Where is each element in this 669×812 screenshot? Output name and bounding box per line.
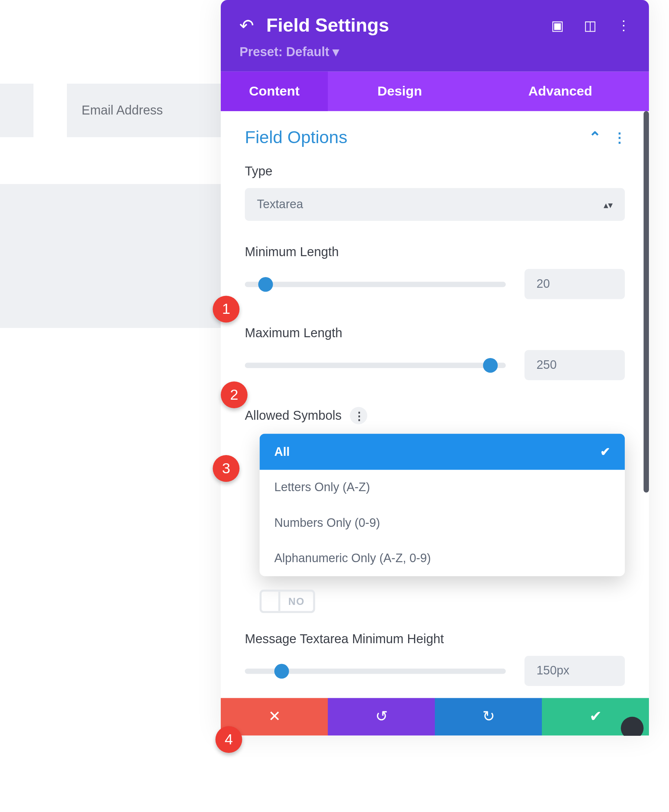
msg-height-label: Message Textarea Minimum Height <box>245 632 472 647</box>
tab-design[interactable]: Design <box>328 72 472 111</box>
tab-bar: Content Design Advanced <box>221 72 649 111</box>
allowed-symbols-dropdown: All ✔ Letters Only (A-Z) Numbers Only (0… <box>259 433 625 576</box>
redo-button[interactable]: ↻ <box>435 698 542 735</box>
more-icon[interactable]: ⋮ <box>617 17 630 34</box>
redo-icon: ↻ <box>482 708 494 725</box>
msg-height-thumb[interactable] <box>274 664 289 679</box>
bg-textarea-stub <box>0 184 221 328</box>
panel-title: Field Settings <box>266 15 551 36</box>
max-length-thumb[interactable] <box>483 358 498 372</box>
columns-icon[interactable]: ◫ <box>584 17 597 34</box>
annotation-3: 3 <box>213 455 239 482</box>
back-icon[interactable]: ↶ <box>239 15 254 36</box>
panel-body: Field Options ⌃ ⋮ Type Textarea ▴▾ Minim… <box>221 111 649 686</box>
section-title[interactable]: Field Options <box>245 127 589 148</box>
undo-button[interactable]: ↺ <box>328 698 435 735</box>
type-select[interactable]: Textarea ▴▾ <box>245 188 625 221</box>
max-length-label: Maximum Length <box>245 326 625 341</box>
collapse-icon[interactable]: ⌃ <box>589 129 601 147</box>
min-length-slider[interactable] <box>245 281 506 286</box>
close-icon: ✕ <box>268 708 280 725</box>
annotation-2: 2 <box>221 381 247 408</box>
max-length-slider[interactable] <box>245 362 506 368</box>
type-value: Textarea <box>257 197 303 212</box>
email-field[interactable]: Email Address <box>67 84 221 137</box>
bg-field-stub <box>0 84 34 137</box>
check-icon: ✔ <box>590 708 601 725</box>
toggle-no[interactable]: NO <box>259 590 315 613</box>
select-caret-icon: ▴▾ <box>603 199 613 210</box>
allowed-option-numbers[interactable]: Numbers Only (0-9) <box>259 505 625 541</box>
allowed-option-alphanumeric[interactable]: Alphanumeric Only (A-Z, 0-9) <box>259 541 625 576</box>
annotation-4: 4 <box>215 726 242 753</box>
min-length-label: Minimum Length <box>245 245 625 260</box>
check-icon: ✔ <box>600 444 610 459</box>
allowed-symbols-more-icon[interactable]: ⋮ <box>350 407 367 424</box>
allowed-symbols-text: Allowed Symbols <box>245 408 341 423</box>
scrollbar[interactable] <box>644 111 649 493</box>
msg-height-value[interactable]: 150px <box>524 656 625 686</box>
panel-header: ↶ Field Settings ▣ ◫ ⋮ Preset: Default ▾ <box>221 0 649 72</box>
toggle-knob <box>262 591 280 611</box>
min-length-value[interactable]: 20 <box>524 269 625 299</box>
panel-footer: ✕ ↺ ↻ ✔ <box>221 698 649 735</box>
toggle-no-label: NO <box>280 591 313 611</box>
min-length-thumb[interactable] <box>258 276 273 291</box>
settings-panel: ↶ Field Settings ▣ ◫ ⋮ Preset: Default ▾… <box>221 0 649 735</box>
allowed-option-all[interactable]: All ✔ <box>259 433 625 470</box>
allowed-symbols-label: Allowed Symbols ⋮ <box>245 407 625 424</box>
max-length-value[interactable]: 250 <box>524 350 625 380</box>
preset-dropdown[interactable]: Preset: Default ▾ <box>239 44 630 59</box>
type-label: Type <box>245 164 625 179</box>
undo-icon: ↺ <box>375 708 387 725</box>
annotation-1: 1 <box>213 296 239 323</box>
focus-icon[interactable]: ▣ <box>551 17 564 34</box>
allowed-option-all-label: All <box>274 445 289 459</box>
tab-content[interactable]: Content <box>221 72 328 111</box>
msg-height-slider[interactable] <box>245 668 506 673</box>
allowed-option-letters[interactable]: Letters Only (A-Z) <box>259 470 625 505</box>
section-menu-icon[interactable]: ⋮ <box>613 130 625 145</box>
tab-advanced[interactable]: Advanced <box>472 72 649 111</box>
